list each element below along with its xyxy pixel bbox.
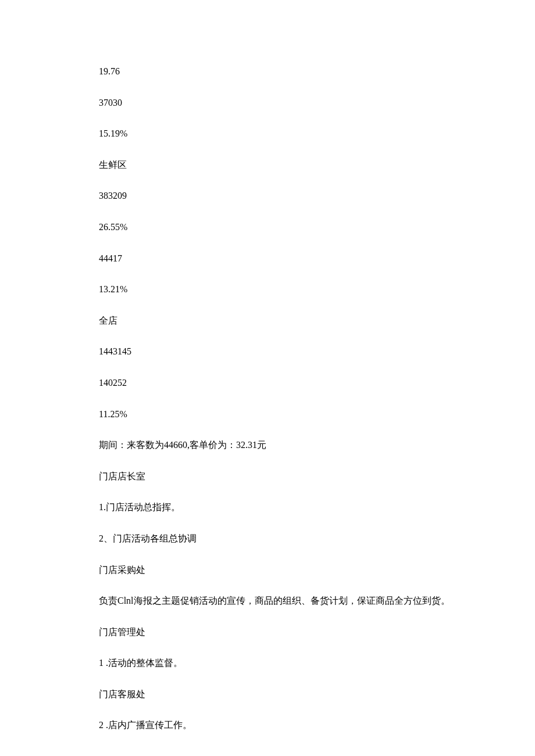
text-line: 门店采购处 [99, 562, 459, 578]
text-paragraph: 负责Clnl海报之主题促销活动的宣传，商品的组织、备货计划，保证商品全方位到货。 [79, 593, 459, 608]
text-line: 期间：来客数为44660,客单价为：32.31元 [99, 438, 459, 453]
text-line: 2、门店活动各组总协调 [99, 531, 459, 546]
paragraph-text: 负责Clnl海报之主题促销活动的宣传，商品的组织、备货计划，保证商品全方位到货。 [79, 593, 459, 608]
text-line: 15.19% [99, 126, 459, 141]
text-line: 生鲜区 [99, 157, 459, 173]
text-line: 383209 [99, 188, 459, 203]
text-line: 1 .活动的整体监督。 [99, 655, 459, 671]
text-line: 门店店长室 [99, 469, 459, 484]
text-line: 门店管理处 [99, 625, 459, 640]
text-line: 门店客服处 [99, 687, 459, 702]
text-line: 19.76 [99, 64, 459, 79]
text-line: 11.25% [99, 407, 459, 422]
text-line: 140252 [99, 375, 459, 390]
text-line: 全店 [99, 313, 459, 328]
text-line: 2 .店内广播宣传工作。 [99, 718, 459, 733]
text-line: 13.21% [99, 282, 459, 297]
text-line: 26.55% [99, 220, 459, 235]
text-line: 1.门店活动总指挥。 [99, 500, 459, 515]
text-line: 44417 [99, 251, 459, 266]
text-line: 1443145 [99, 344, 459, 359]
text-line: 37030 [99, 95, 459, 110]
